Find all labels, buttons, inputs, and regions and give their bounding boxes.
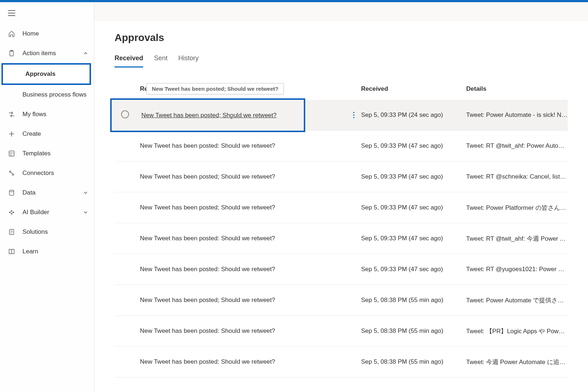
cell-received: Sep 5, 09:33 PM (47 sec ago) — [361, 142, 466, 150]
table-row[interactable]: New Tweet has been posted: Should we ret… — [115, 254, 568, 285]
sidebar-item-label: Create — [22, 130, 88, 138]
plus-icon — [8, 130, 15, 138]
chevron-down-icon — [83, 190, 88, 195]
page-title: Approvals — [115, 32, 568, 44]
sidebar-item-label: Learn — [22, 248, 88, 255]
cell-details: Tweet: RT @schneika: Cancel, list, rea..… — [466, 173, 568, 180]
database-icon — [8, 189, 15, 196]
svg-point-11 — [353, 112, 355, 113]
sidebar-item-approvals[interactable]: Approvals — [3, 65, 90, 83]
tabs: Received Sent History — [115, 52, 568, 66]
table-row[interactable]: New Tweet has been posted: Should we ret… — [115, 316, 568, 347]
sidebar-item-label: Solutions — [22, 228, 88, 236]
row-active-highlight: New Tweet has been posted; Should we ret… — [110, 98, 305, 132]
cell-details: Tweet: RT @twit_ahf: 今週 Power Aut... — [466, 234, 568, 243]
hamburger-menu[interactable] — [3, 6, 20, 20]
cell-details: Tweet: RT @twit_ahf: Power Automat... — [466, 142, 568, 150]
cell-received: Sep 5, 09:33 PM (47 sec ago) — [361, 235, 466, 242]
svg-point-13 — [353, 117, 355, 118]
tooltip: New Tweet has been posted; Should we ret… — [146, 83, 284, 94]
sidebar-item-business-process-flows[interactable]: Business process flows — [0, 85, 94, 105]
sidebar-item-create[interactable]: Create — [0, 124, 94, 144]
cell-received: Sep 5, 08:38 PM (55 min ago) — [361, 327, 466, 335]
cell-received: Sep 5, 09:33 PM (47 sec ago) — [361, 173, 466, 180]
cell-details: Tweet: 【PR】Logic Apps や Power A... — [466, 327, 568, 335]
cell-details: Tweet: Power Platformer の皆さん、... — [466, 204, 568, 212]
column-header-details[interactable]: Details — [466, 85, 486, 92]
cell-request[interactable]: New Tweet has been posted: Should we ret… — [140, 266, 361, 273]
sidebar-item-templates[interactable]: Templates — [0, 144, 94, 163]
solutions-icon — [8, 228, 15, 236]
cell-request[interactable]: New Tweet has been posted; Should we ret… — [140, 204, 361, 211]
cell-details: Tweet: 今週 Power Automate に追加... — [466, 358, 568, 366]
cell-received: Sep 5, 08:38 PM (55 min ago) — [361, 358, 466, 366]
table-row[interactable]: Sep 5, 09:33 PM (24 sec ago) Tweet: Powe… — [304, 100, 568, 131]
sidebar-item-action-items[interactable]: Action items — [0, 44, 94, 63]
sidebar-item-data[interactable]: Data — [0, 183, 94, 203]
sidebar: Home Action items Approvals Business pro… — [0, 2, 94, 392]
tab-history[interactable]: History — [178, 52, 199, 66]
chevron-up-icon — [83, 51, 88, 56]
cell-details: Tweet: Power Automate で提供され... — [466, 296, 568, 305]
table-row[interactable]: New Tweet has been posted; Should we ret… — [112, 100, 304, 131]
table-row[interactable]: New Tweet has been posted: Should we ret… — [115, 131, 568, 162]
cell-received: Sep 5, 08:38 PM (55 min ago) — [361, 297, 466, 304]
cell-request[interactable]: New Tweet has been posted: Should we ret… — [140, 327, 361, 335]
cell-request[interactable]: New Tweet has been posted: Should we ret… — [140, 142, 361, 150]
sidebar-item-solutions[interactable]: Solutions — [0, 222, 94, 242]
cell-request[interactable]: New Tweet has been posted: Should we ret… — [140, 358, 361, 366]
table-row[interactable]: New Tweet has been posted; Should we ret… — [115, 162, 568, 192]
sidebar-item-label: Connectors — [22, 170, 88, 177]
row-checkbox[interactable] — [121, 110, 129, 118]
cell-received: Sep 5, 09:33 PM (24 sec ago) — [361, 111, 466, 119]
content-header-strip — [94, 2, 588, 20]
clipboard-icon — [8, 50, 15, 57]
chevron-down-icon — [83, 210, 88, 215]
sidebar-item-label: Action items — [22, 50, 83, 57]
sidebar-item-ai-builder[interactable]: AI Builder — [0, 203, 94, 222]
svg-rect-2 — [9, 151, 14, 156]
sidebar-item-label: Data — [22, 189, 83, 196]
sidebar-item-label: Approvals — [25, 70, 84, 78]
cell-received: Sep 5, 09:33 PM (47 sec ago) — [361, 204, 466, 211]
table-row[interactable]: New Tweet has been posted; Should we ret… — [115, 192, 568, 223]
column-header-received[interactable]: Received — [361, 85, 388, 92]
main-content: Approvals Received Sent History Request … — [94, 2, 588, 392]
svg-point-3 — [9, 171, 11, 172]
tab-sent[interactable]: Sent — [154, 52, 167, 66]
cell-details: Tweet: Power Automate - is sick! Na... — [466, 111, 568, 119]
cell-request[interactable]: New Tweet has been posted; Should we ret… — [140, 297, 361, 304]
connectors-icon — [8, 170, 15, 177]
menu-icon — [8, 10, 15, 16]
svg-point-12 — [353, 114, 355, 116]
request-link[interactable]: New Tweet has been posted; Should we ret… — [141, 112, 277, 119]
cell-request[interactable]: New Tweet has been posted; Should we ret… — [140, 173, 361, 180]
cell-request[interactable]: New Tweet has been posted: Should we ret… — [140, 235, 361, 242]
tab-received[interactable]: Received — [115, 52, 143, 66]
sidebar-item-label: AI Builder — [22, 209, 83, 216]
sidebar-item-label: Templates — [22, 150, 88, 157]
svg-point-4 — [12, 174, 14, 175]
flow-icon — [8, 111, 15, 118]
cell-received: Sep 5, 09:33 PM (47 sec ago) — [361, 266, 466, 273]
sidebar-item-label: Home — [22, 30, 88, 37]
cell-details: Tweet: RT @yugoes1021: Power Platf... — [466, 266, 568, 273]
sidebar-item-connectors[interactable]: Connectors — [0, 163, 94, 183]
home-icon — [8, 30, 15, 37]
sidebar-item-label: Business process flows — [22, 91, 88, 98]
templates-icon — [8, 150, 15, 157]
sidebar-item-learn[interactable]: Learn — [0, 242, 94, 261]
sidebar-item-home[interactable]: Home — [0, 24, 94, 44]
book-icon — [8, 248, 15, 255]
sidebar-active-highlight: Approvals — [1, 63, 91, 85]
sidebar-item-my-flows[interactable]: My flows — [0, 105, 94, 124]
ai-builder-icon — [8, 209, 15, 216]
svg-point-5 — [9, 190, 14, 192]
table-header: Request New Tweet has been posted; Shoul… — [115, 85, 568, 100]
table-row[interactable]: New Tweet has been posted: Should we ret… — [115, 223, 568, 254]
sidebar-item-label: My flows — [22, 111, 88, 118]
table-row[interactable]: New Tweet has been posted; Should we ret… — [115, 285, 568, 316]
table-row[interactable]: New Tweet has been posted: Should we ret… — [115, 347, 568, 377]
row-more-actions[interactable] — [347, 112, 361, 118]
